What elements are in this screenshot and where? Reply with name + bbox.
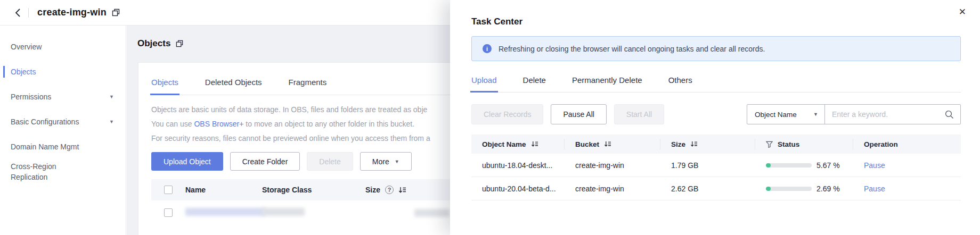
help-icon[interactable]: ? (385, 186, 394, 194)
task-center-panel: ✕ Task Center i Refreshing or closing th… (450, 0, 980, 235)
search-group: Object Name ▼ (747, 104, 961, 124)
pause-link[interactable]: Pause (864, 184, 885, 193)
pause-all-button[interactable]: Pause All (551, 104, 606, 124)
task-size: 1.79 GB (660, 161, 755, 170)
column-header-status: Status (778, 140, 799, 148)
info-banner-text: Refreshing or closing the browser will c… (499, 45, 765, 53)
progress-percent: 5.67 % (816, 161, 840, 170)
progress-bar (766, 187, 812, 191)
bucket-title: create-img-win (37, 7, 107, 18)
task-status: 5.67 % (755, 161, 853, 170)
task-operation: Pause (853, 161, 961, 170)
column-header-object-name: Object Name (482, 140, 526, 148)
chevron-down-icon: ▼ (813, 112, 818, 117)
column-header-operation: Operation (864, 140, 898, 148)
task-bucket: create-img-win (565, 184, 660, 193)
info-banner: i Refreshing or closing the browser will… (471, 36, 961, 61)
task-center-toolbar: Clear Records Pause All Start All Object… (471, 104, 961, 124)
task-object-name: ubuntu-20.04-beta-d... (471, 184, 565, 193)
search-input[interactable] (825, 110, 943, 119)
search-field-dropdown[interactable]: Object Name ▼ (747, 105, 825, 124)
sort-icon[interactable] (604, 141, 611, 147)
progress-bar (766, 163, 812, 167)
sort-icon[interactable] (531, 141, 538, 147)
tab-objects[interactable]: Objects (151, 78, 178, 95)
column-header-storage-class: Storage Class (262, 186, 365, 194)
sidebar-item-objects[interactable]: Objects (0, 59, 126, 84)
page-title: Objects (137, 38, 170, 49)
task-center-tabs: Upload Delete Permanently Delete Others (471, 75, 961, 93)
redacted-storage-class (262, 208, 305, 216)
tab-delete[interactable]: Delete (523, 75, 546, 92)
sidebar-item-domain-name-mgmt[interactable]: Domain Name Mgmt (0, 134, 126, 159)
obs-browser-link[interactable]: OBS Browser+ (194, 120, 243, 128)
search-icon[interactable] (943, 110, 960, 119)
task-center-title: Task Center (471, 16, 961, 27)
select-all-checkbox[interactable] (164, 186, 173, 194)
tab-deleted-objects[interactable]: Deleted Objects (205, 78, 262, 95)
copy-page-title-icon[interactable] (176, 40, 183, 47)
sidebar-item-cross-region-replication[interactable]: Cross-Region Replication (0, 159, 126, 184)
column-header-bucket: Bucket (575, 140, 599, 148)
task-row: ubuntu-20.04-beta-d... create-img-win 2.… (471, 177, 961, 200)
pause-link[interactable]: Pause (864, 161, 885, 170)
task-operation: Pause (853, 184, 961, 193)
task-table-header: Object Name Bucket Size (471, 135, 961, 154)
progress-percent: 2.69 % (816, 184, 840, 193)
more-button[interactable]: More ▼ (360, 152, 412, 171)
task-status: 2.69 % (755, 184, 853, 193)
sort-icon[interactable] (690, 141, 698, 147)
info-icon: i (483, 44, 492, 53)
task-table: Object Name Bucket Size (471, 135, 961, 200)
close-icon[interactable]: ✕ (959, 7, 966, 16)
sidebar-item-basic-configurations[interactable]: Basic Configurations ▼ (0, 109, 126, 134)
back-icon[interactable] (15, 8, 21, 18)
sidebar-item-permissions[interactable]: Permissions ▼ (0, 84, 126, 109)
clear-records-button[interactable]: Clear Records (471, 104, 543, 124)
sidebar: Overview Objects Permissions ▼ Basic Con… (0, 26, 126, 235)
tab-permanently-delete[interactable]: Permanently Delete (572, 75, 642, 92)
upload-object-button[interactable]: Upload Object (151, 152, 223, 171)
start-all-button[interactable]: Start All (614, 104, 664, 124)
column-header-size: Size (365, 186, 380, 194)
create-folder-button[interactable]: Create Folder (230, 152, 300, 171)
chevron-down-icon: ▼ (109, 94, 114, 99)
sort-icon[interactable] (398, 187, 406, 194)
redacted-object-name (185, 208, 265, 216)
column-header-size: Size (671, 140, 685, 148)
tab-upload[interactable]: Upload (471, 75, 497, 92)
column-header-name: Name (185, 186, 262, 194)
chevron-down-icon: ▼ (109, 119, 114, 124)
task-size: 2.62 GB (660, 184, 755, 193)
header-divider (28, 8, 29, 18)
redacted-size (414, 209, 450, 217)
sidebar-item-overview[interactable]: Overview (0, 34, 126, 59)
task-row: ubuntu-18.04-deskt... create-img-win 1.7… (471, 154, 961, 177)
task-object-name: ubuntu-18.04-deskt... (471, 161, 565, 170)
row-checkbox[interactable] (164, 208, 173, 217)
delete-button[interactable]: Delete (307, 152, 353, 171)
tab-fragments[interactable]: Fragments (289, 78, 327, 95)
copy-bucket-name-icon[interactable] (112, 9, 120, 16)
obs-console-screen: create-img-win Overview Objects Permissi… (0, 0, 980, 235)
chevron-down-icon: ▼ (395, 159, 399, 164)
filter-icon[interactable] (766, 141, 773, 148)
task-bucket: create-img-win (565, 161, 660, 170)
tab-others[interactable]: Others (668, 75, 692, 92)
